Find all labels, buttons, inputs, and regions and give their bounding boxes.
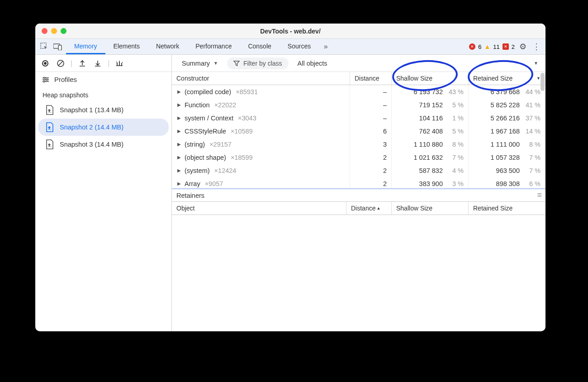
zoom-window-button[interactable] [61,28,66,34]
constructor-count: ×3043 [238,115,256,122]
retainer-col-retained[interactable]: Retained Size [469,202,545,215]
constructor-name: (string) [185,141,205,148]
close-window-button[interactable] [42,28,47,34]
cell-constructor: ▶(compiled code)×85931 [172,85,350,98]
table-row[interactable]: ▶(string)×2915731 110 8808 %1 111 0008 % [172,138,545,151]
window-titlebar: DevTools - web.dev/ [35,24,545,39]
issue-count[interactable]: 2 [512,43,515,50]
tab-sources[interactable]: Sources [280,39,319,54]
chevron-down-icon[interactable]: ▼ [534,61,538,66]
cell-retained-size: 1 967 16814 % [469,124,545,138]
col-constructor[interactable]: Constructor [172,72,350,85]
constructor-count: ×85931 [236,88,258,96]
settings-gear-icon[interactable]: ⚙ [517,41,528,52]
inspect-element-icon[interactable] [39,41,50,52]
retainers-header: Retainers ≡ [172,188,545,202]
view-mode-label: Summary [182,60,210,67]
table-header-row: Constructor Distance Shallow Size Retain… [172,72,545,85]
tab-memory[interactable]: Memory [66,39,105,54]
snapshot-item-1[interactable]: Snapshot 1 (13.4 MB) [38,101,169,119]
constructor-name: (compiled code) [185,88,231,96]
cell-retained-size: 6 379 66844 % [469,85,545,98]
size-value: 5 266 216 [490,115,520,122]
retainer-col-object[interactable]: Object [172,202,346,215]
class-filter-input[interactable]: Filter by class [227,57,289,69]
col-distance[interactable]: Distance [350,72,392,85]
tab-label: Memory [74,43,97,50]
window-title: DevTools - web.dev/ [35,28,545,35]
clear-icon[interactable] [55,58,66,69]
disclosure-triangle-icon[interactable]: ▶ [177,102,182,107]
tab-elements[interactable]: Elements [105,39,148,54]
disclosure-triangle-icon[interactable]: ▶ [177,168,182,173]
snapshot-item-3[interactable]: Snapshot 3 (14.4 MB) [38,136,169,153]
profiles-sidebar: | | Profiles Heap snapshots Snapshot 1 (… [35,55,172,331]
table-row[interactable]: ▶Function×22022–719 1525 %5 825 22841 % [172,98,545,111]
retainer-col-distance[interactable]: Distance▲ [346,202,392,215]
svg-rect-2 [58,45,62,50]
tab-label: Network [156,43,179,50]
disclosure-triangle-icon[interactable]: ▶ [177,115,182,120]
svg-line-6 [58,61,63,66]
disclosure-triangle-icon[interactable]: ▶ [177,89,182,94]
col-label: Retained Size [473,75,512,82]
issue-icon: ✕ [503,43,509,50]
snapshot-file-icon [45,122,54,132]
warning-count[interactable]: 11 [493,43,499,50]
disclosure-triangle-icon[interactable]: ▶ [177,155,182,160]
heap-snapshots-header: Heap snapshots [35,87,171,101]
col-shallow-size[interactable]: Shallow Size [392,72,469,85]
objects-filter-dropdown[interactable]: All objects [293,58,332,69]
view-mode-dropdown[interactable]: Summary ▼ [177,58,223,69]
tab-network[interactable]: Network [148,39,187,54]
table-row[interactable]: ▶CSSStyleRule×105896762 4085 %1 967 1681… [172,124,545,138]
more-tabs-button[interactable]: » [319,39,332,54]
table-row[interactable]: ▶(object shape)×1859921 021 6327 %1 057 … [172,151,545,164]
hamburger-icon[interactable]: ≡ [537,191,541,200]
objects-filter-label: All objects [298,60,327,67]
table-row[interactable]: ▶system / Context×3043–104 1161 %5 266 2… [172,111,545,124]
garbage-collect-icon[interactable] [114,58,125,69]
cell-retained-size: 5 825 22841 % [469,98,545,111]
scroll-thumb[interactable] [541,73,545,91]
col-label: Distance [351,205,375,212]
constructor-count: ×9057 [205,180,223,187]
cell-distance: – [350,111,392,124]
table-row[interactable]: ▶Array×90572383 9003 %898 3086 % [172,177,545,188]
cell-constructor: ▶CSSStyleRule×10589 [172,124,350,138]
size-pct: 8 % [524,141,541,148]
tab-performance[interactable]: Performance [187,39,240,54]
disclosure-triangle-icon[interactable]: ▶ [177,181,182,186]
table-row[interactable]: ▶(system)×124242587 8324 %963 5007 % [172,164,545,177]
record-icon[interactable] [40,58,51,69]
kebab-menu-icon[interactable]: ⋮ [531,41,542,52]
constructor-name: Array [185,180,200,187]
load-icon[interactable] [77,58,88,69]
warning-icon: ▲ [484,43,490,50]
snapshot-item-2[interactable]: Snapshot 2 (14.4 MB) [38,119,169,136]
device-toolbar-icon[interactable] [52,41,63,52]
size-value: 762 408 [419,128,443,135]
col-retained-size[interactable]: Retained Size▼ [469,72,545,85]
profiles-section-header[interactable]: Profiles [35,72,171,87]
disclosure-triangle-icon[interactable]: ▶ [177,142,182,147]
cell-distance: 3 [350,138,392,151]
retainer-col-shallow[interactable]: Shallow Size [392,202,469,215]
save-icon[interactable] [92,58,103,69]
cell-shallow-size: 1 021 6327 % [392,151,469,164]
tab-console[interactable]: Console [240,39,279,54]
tab-label: Sources [288,43,311,50]
scrollbar[interactable] [539,72,545,188]
table-row[interactable]: ▶(compiled code)×85931–6 193 73243 %6 37… [172,85,545,98]
disclosure-triangle-icon[interactable]: ▶ [177,129,182,134]
size-value: 1 967 168 [490,128,520,135]
size-value: 963 500 [496,167,520,174]
constructor-count: ×29157 [209,141,232,148]
size-value: 5 825 228 [490,101,520,109]
svg-rect-13 [46,79,47,80]
traffic-lights [42,28,66,34]
size-value: 6 193 732 [413,88,443,96]
constructor-count: ×18599 [231,154,253,161]
error-count[interactable]: 6 [478,43,481,50]
minimize-window-button[interactable] [51,28,57,34]
